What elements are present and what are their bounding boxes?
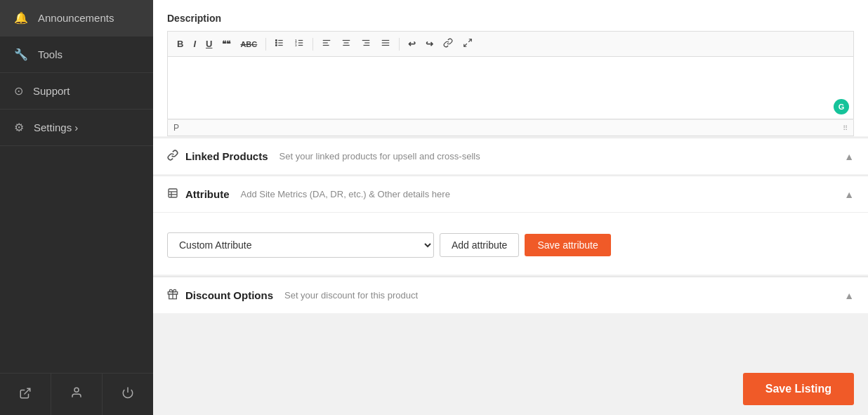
svg-point-6 <box>276 40 277 41</box>
editor-paragraph-indicator: P <box>173 123 179 133</box>
external-link-button[interactable] <box>0 374 51 415</box>
attribute-body: Custom Attribute Add attribute Save attr… <box>153 212 868 275</box>
editor-footer: P ⠿ <box>167 119 854 136</box>
toolbar-link[interactable] <box>440 36 456 52</box>
attribute-header[interactable]: Attribute Add Site Metrics (DA, DR, etc.… <box>153 176 868 212</box>
linked-products-header-left: Linked Products Set your linked products… <box>167 150 480 163</box>
discount-section: Discount Options Set your discount for t… <box>153 276 868 313</box>
svg-line-0 <box>25 388 30 394</box>
toolbar-blockquote[interactable]: ❝❝ <box>218 37 234 51</box>
sidebar-bottom <box>0 373 153 415</box>
sidebar-item-tools[interactable]: 🔧 Tools <box>0 37 153 73</box>
discount-header[interactable]: Discount Options Set your discount for t… <box>153 277 868 313</box>
discount-header-left: Discount Options Set your discount for t… <box>167 289 418 302</box>
sidebar-item-announcements[interactable]: 🔔 Announcements <box>0 0 153 37</box>
bell-icon: 🔔 <box>14 11 28 25</box>
discount-title: Discount Options <box>185 289 273 301</box>
linked-products-title: Linked Products <box>185 150 268 162</box>
description-section: Description B I U ❝❝ ABC 123 <box>153 0 868 136</box>
attribute-row: Custom Attribute Add attribute Save attr… <box>167 232 854 258</box>
attribute-chevron: ▲ <box>844 189 854 200</box>
toolbar-align-right[interactable] <box>357 36 374 52</box>
toolbar-align-left[interactable] <box>318 36 335 52</box>
toolbar-divider-3 <box>399 38 400 51</box>
toolbar-underline[interactable]: U <box>202 37 216 51</box>
svg-point-8 <box>276 45 277 46</box>
sidebar: 🔔 Announcements 🔧 Tools ⊙ Support ⚙ Sett… <box>0 0 153 415</box>
discount-subtitle: Set your discount for this product <box>284 290 418 301</box>
sidebar-item-support[interactable]: ⊙ Support <box>0 73 153 110</box>
attribute-section: Attribute Add Site Metrics (DA, DR, etc.… <box>153 176 868 275</box>
support-icon: ⊙ <box>14 84 23 98</box>
toolbar-undo[interactable]: ↩ <box>405 37 419 51</box>
svg-rect-29 <box>169 189 177 197</box>
attribute-subtitle: Add Site Metrics (DA, DR, etc.) & Other … <box>241 189 450 199</box>
sidebar-item-label: Support <box>33 85 70 97</box>
sidebar-item-label: Tools <box>38 48 63 60</box>
toolbar-ul[interactable] <box>271 36 288 52</box>
external-link-icon <box>19 387 32 402</box>
attribute-select[interactable]: Custom Attribute <box>167 232 434 258</box>
power-icon <box>121 386 134 402</box>
attribute-header-left: Attribute Add Site Metrics (DA, DR, etc.… <box>167 187 450 201</box>
toolbar-strikethrough[interactable]: ABC <box>237 38 261 51</box>
linked-products-subtitle: Set your linked products for upsell and … <box>280 151 480 162</box>
toolbar-redo[interactable]: ↪ <box>422 37 437 51</box>
main-content: Description B I U ❝❝ ABC 123 <box>153 0 868 415</box>
attribute-title: Attribute <box>185 188 230 200</box>
discount-chevron: ▲ <box>844 290 854 301</box>
svg-text:3: 3 <box>295 44 297 47</box>
resize-handle: ⠿ <box>843 124 848 132</box>
logout-button[interactable] <box>103 374 153 415</box>
toolbar-divider-1 <box>265 38 266 51</box>
user-icon <box>70 386 83 402</box>
add-attribute-button[interactable]: Add attribute <box>440 233 519 257</box>
tools-icon: 🔧 <box>14 48 28 61</box>
toolbar-align-center[interactable] <box>338 36 355 52</box>
settings-icon: ⚙ <box>14 121 24 134</box>
attribute-icon <box>167 187 178 201</box>
linked-products-header[interactable]: Linked Products Set your linked products… <box>153 138 868 174</box>
sidebar-item-label: Settings › <box>34 121 78 133</box>
svg-point-1 <box>74 388 79 392</box>
toolbar-fullscreen[interactable] <box>459 36 476 52</box>
bottom-spacer <box>153 315 868 364</box>
svg-line-27 <box>468 39 471 42</box>
toolbar-justify[interactable] <box>377 36 394 52</box>
svg-point-7 <box>276 42 277 44</box>
sidebar-item-settings[interactable]: ⚙ Settings › <box>0 110 153 146</box>
linked-products-chevron: ▲ <box>844 151 854 162</box>
discount-icon <box>167 289 178 302</box>
user-button[interactable] <box>51 374 103 415</box>
save-listing-button[interactable]: Save Listing <box>743 373 854 405</box>
svg-line-28 <box>464 44 467 46</box>
editor-toolbar: B I U ❝❝ ABC 123 <box>167 31 854 56</box>
toolbar-divider-2 <box>313 38 313 51</box>
save-listing-bar: Save Listing <box>729 363 868 415</box>
description-label: Description <box>167 13 854 24</box>
sidebar-item-label: Announcements <box>38 12 114 24</box>
toolbar-bold[interactable]: B <box>173 37 187 51</box>
linked-products-section: Linked Products Set your linked products… <box>153 138 868 174</box>
toolbar-ol[interactable]: 123 <box>291 36 308 52</box>
link-icon <box>167 150 178 163</box>
editor-body[interactable]: G <box>167 56 854 119</box>
grammarly-icon: G <box>834 99 849 114</box>
save-attribute-button[interactable]: Save attribute <box>525 234 610 256</box>
toolbar-italic[interactable]: I <box>190 37 199 51</box>
